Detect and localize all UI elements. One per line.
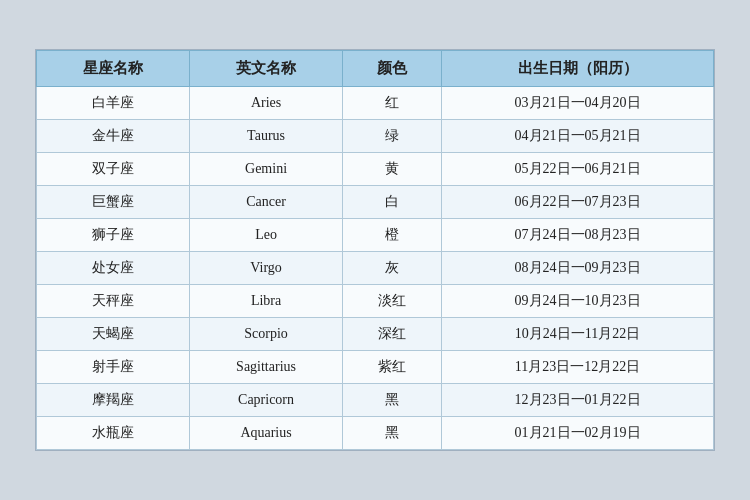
cell-chinese-name: 天秤座 — [37, 285, 190, 318]
cell-english-name: Gemini — [190, 153, 343, 186]
table-row: 射手座Sagittarius紫红11月23日一12月22日 — [37, 351, 714, 384]
cell-english-name: Libra — [190, 285, 343, 318]
table-row: 天蝎座Scorpio深红10月24日一11月22日 — [37, 318, 714, 351]
cell-english-name: Aries — [190, 87, 343, 120]
table-row: 双子座Gemini黄05月22日一06月21日 — [37, 153, 714, 186]
cell-date: 11月23日一12月22日 — [442, 351, 714, 384]
table-header-row: 星座名称 英文名称 颜色 出生日期（阳历） — [37, 51, 714, 87]
cell-date: 01月21日一02月19日 — [442, 417, 714, 450]
cell-color: 灰 — [343, 252, 442, 285]
cell-chinese-name: 摩羯座 — [37, 384, 190, 417]
cell-english-name: Leo — [190, 219, 343, 252]
cell-color: 黑 — [343, 417, 442, 450]
cell-date: 09月24日一10月23日 — [442, 285, 714, 318]
table-body: 白羊座Aries红03月21日一04月20日金牛座Taurus绿04月21日一0… — [37, 87, 714, 450]
table-row: 处女座Virgo灰08月24日一09月23日 — [37, 252, 714, 285]
cell-chinese-name: 双子座 — [37, 153, 190, 186]
table-row: 天秤座Libra淡红09月24日一10月23日 — [37, 285, 714, 318]
table-row: 白羊座Aries红03月21日一04月20日 — [37, 87, 714, 120]
zodiac-table: 星座名称 英文名称 颜色 出生日期（阳历） 白羊座Aries红03月21日一04… — [36, 50, 714, 450]
cell-date: 08月24日一09月23日 — [442, 252, 714, 285]
cell-color: 白 — [343, 186, 442, 219]
header-date: 出生日期（阳历） — [442, 51, 714, 87]
header-chinese-name: 星座名称 — [37, 51, 190, 87]
cell-color: 橙 — [343, 219, 442, 252]
cell-chinese-name: 巨蟹座 — [37, 186, 190, 219]
cell-english-name: Aquarius — [190, 417, 343, 450]
table-row: 金牛座Taurus绿04月21日一05月21日 — [37, 120, 714, 153]
zodiac-table-container: 星座名称 英文名称 颜色 出生日期（阳历） 白羊座Aries红03月21日一04… — [35, 49, 715, 451]
cell-color: 紫红 — [343, 351, 442, 384]
cell-english-name: Scorpio — [190, 318, 343, 351]
cell-chinese-name: 白羊座 — [37, 87, 190, 120]
header-color: 颜色 — [343, 51, 442, 87]
cell-date: 06月22日一07月23日 — [442, 186, 714, 219]
cell-color: 黑 — [343, 384, 442, 417]
cell-color: 绿 — [343, 120, 442, 153]
cell-chinese-name: 处女座 — [37, 252, 190, 285]
cell-chinese-name: 射手座 — [37, 351, 190, 384]
table-row: 摩羯座Capricorn黑12月23日一01月22日 — [37, 384, 714, 417]
cell-english-name: Taurus — [190, 120, 343, 153]
cell-color: 黄 — [343, 153, 442, 186]
cell-chinese-name: 水瓶座 — [37, 417, 190, 450]
cell-english-name: Cancer — [190, 186, 343, 219]
cell-date: 04月21日一05月21日 — [442, 120, 714, 153]
cell-color: 淡红 — [343, 285, 442, 318]
cell-color: 红 — [343, 87, 442, 120]
header-english-name: 英文名称 — [190, 51, 343, 87]
cell-date: 12月23日一01月22日 — [442, 384, 714, 417]
cell-english-name: Virgo — [190, 252, 343, 285]
cell-english-name: Capricorn — [190, 384, 343, 417]
cell-color: 深红 — [343, 318, 442, 351]
cell-chinese-name: 狮子座 — [37, 219, 190, 252]
cell-chinese-name: 金牛座 — [37, 120, 190, 153]
table-row: 狮子座Leo橙07月24日一08月23日 — [37, 219, 714, 252]
cell-date: 03月21日一04月20日 — [442, 87, 714, 120]
cell-date: 05月22日一06月21日 — [442, 153, 714, 186]
table-row: 水瓶座Aquarius黑01月21日一02月19日 — [37, 417, 714, 450]
cell-chinese-name: 天蝎座 — [37, 318, 190, 351]
cell-date: 10月24日一11月22日 — [442, 318, 714, 351]
table-row: 巨蟹座Cancer白06月22日一07月23日 — [37, 186, 714, 219]
cell-date: 07月24日一08月23日 — [442, 219, 714, 252]
cell-english-name: Sagittarius — [190, 351, 343, 384]
